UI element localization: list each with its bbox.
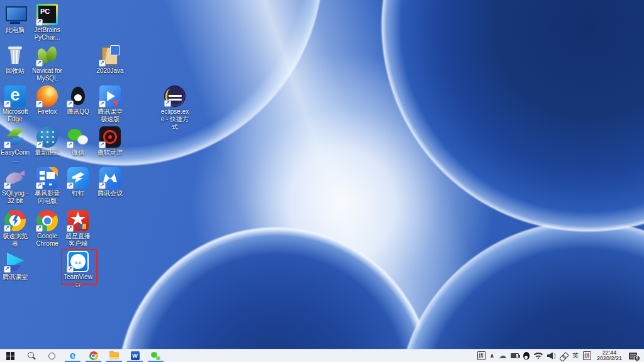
tray-ime-english-indicator[interactable]: 英	[572, 349, 579, 362]
desktop-icon-dingtalk[interactable]: 钉钉	[63, 167, 93, 197]
desktop-icon-wechat[interactable]: 微信	[63, 126, 93, 156]
microsoft-edge-icon	[4, 85, 26, 107]
shortcut-arrow-overlay-icon	[164, 100, 171, 107]
shortcut-arrow-overlay-icon	[99, 60, 106, 67]
firefox-icon	[36, 85, 58, 107]
desktop-icon-this-pc[interactable]: 此电脑	[0, 4, 30, 34]
volume-icon	[547, 353, 556, 359]
start-icon	[6, 352, 14, 360]
tray-qq-tray[interactable]	[523, 349, 530, 362]
recycle-bin-icon	[4, 45, 26, 66]
desktop-icon-label: 最新正式	[35, 149, 60, 156]
tray-teamviewer-link[interactable]	[560, 349, 568, 362]
desktop-icon-label: 暴风影音闪电版	[32, 190, 62, 205]
desktop-icon-easyconnect[interactable]: EasyConn...	[0, 126, 30, 164]
desktop-icon-label: Microsoft Edge	[0, 108, 30, 123]
taskbar-app-buttons	[0, 349, 166, 362]
desktop-icon-google-chrome[interactable]: Google Chrome	[32, 210, 62, 248]
tencent-ketang-icon	[4, 251, 26, 272]
easyconnect-icon	[4, 126, 26, 148]
taskbar-clock[interactable]: 22:44 2020/2/21	[596, 349, 623, 362]
desktop-icon-apowerrec[interactable]: 傲软录屏	[95, 126, 125, 156]
tray-onedrive-cloud[interactable]: ☁	[499, 349, 506, 362]
network-wifi-icon	[534, 353, 543, 359]
desktop-icon-label: JetBrains PyChar...	[32, 26, 62, 41]
desktop-icon-tencent-meeting[interactable]: 腾讯会议	[95, 167, 125, 197]
notification-badge: 6	[634, 355, 640, 361]
desktop-icon-tencent-ketang[interactable]: 腾讯课堂	[0, 251, 30, 281]
taskbar-chrome-button[interactable]	[83, 349, 104, 362]
shortcut-arrow-overlay-icon	[36, 101, 43, 107]
desktop-icon-label: 2020Java	[96, 67, 123, 75]
taskbar-word-button[interactable]	[125, 349, 145, 362]
dingtalk-icon	[67, 167, 89, 189]
teamviewer-highlight-box	[61, 249, 97, 285]
taskbar-start-button[interactable]	[0, 349, 21, 362]
teamviewer-link-icon	[558, 350, 570, 361]
qq-tray-icon	[523, 352, 530, 359]
action-center-button[interactable]: 6	[628, 349, 641, 362]
tray-hidden-icons-chevron[interactable]: ∧	[490, 349, 494, 362]
desktop-icon-label: SQLyog - 32 bit	[0, 190, 30, 205]
tray-battery[interactable]	[511, 349, 519, 362]
shortcut-arrow-overlay-icon	[4, 225, 11, 232]
desktop-icon-tencent-ketang-speed[interactable]: 腾讯课堂极速版	[95, 85, 125, 123]
tray-network-wifi[interactable]	[534, 349, 543, 362]
desktop-icon-label: 微信	[72, 149, 84, 156]
desktop-icon-label: 极速浏览器	[0, 233, 30, 248]
tencent-qq-icon	[67, 85, 89, 107]
taskbar-search-button[interactable]	[21, 349, 42, 362]
shortcut-arrow-overlay-icon	[4, 182, 11, 189]
desktop-icon-firefox[interactable]: Firefox	[32, 85, 62, 116]
desktop-icon-label: Google Chrome	[32, 233, 62, 248]
shortcut-arrow-overlay-icon	[99, 182, 106, 189]
taskbar-edge-button[interactable]	[62, 349, 83, 362]
desktop-icon-2020java[interactable]: 2020Java	[95, 45, 125, 75]
desktop-icon-label: Navicat for MySQL	[32, 67, 62, 82]
desktop-icon-recycle-bin[interactable]: 回收站	[0, 45, 30, 75]
battery-icon	[511, 353, 519, 358]
baofeng-player-icon	[36, 167, 58, 189]
desktop-icon-eclipse-shortcut[interactable]: eclipse.exe - 快捷方式	[160, 85, 190, 131]
shortcut-arrow-overlay-icon	[4, 101, 11, 107]
hidden-icons-chevron-icon: ∧	[490, 352, 494, 359]
desktop-icon-baofeng-player[interactable]: 暴风影音闪电版	[32, 167, 62, 205]
shortcut-arrow-overlay-icon	[36, 225, 43, 232]
tray-volume[interactable]	[547, 349, 556, 362]
desktop-icon-jisu-browser[interactable]: 极速浏览器	[0, 210, 30, 248]
desktop-icons-layer: 此电脑 JetBrains PyChar... 回收站 Navicat for …	[0, 0, 644, 349]
tray-ime-pinyin-box[interactable]: 拼	[583, 349, 591, 362]
shortcut-arrow-overlay-icon	[36, 182, 43, 189]
desktop-icon-label: 钉钉	[72, 190, 84, 197]
jisu-browser-icon	[4, 210, 26, 231]
shortcut-arrow-overlay-icon	[67, 141, 74, 148]
taskbar-wechat-button[interactable]	[145, 349, 166, 362]
taskbar-cortana-button[interactable]	[42, 349, 62, 362]
desktop-icon-microsoft-edge[interactable]: Microsoft Edge	[0, 85, 30, 123]
jetbrains-pycharm-icon	[36, 4, 58, 25]
desktop-icon-label: EasyConn...	[0, 149, 30, 164]
desktop-icon-label: 腾讯QQ	[67, 108, 89, 116]
desktop-icon-sqlyog-32bit[interactable]: SQLyog - 32 bit	[0, 167, 30, 205]
desktop-icon-label: 回收站	[6, 67, 25, 75]
navicat-for-mysql-icon	[36, 45, 58, 66]
desktop-icon-label: 腾讯会议	[97, 190, 123, 197]
taskbar-file-explorer-button[interactable]	[104, 349, 125, 362]
shortcut-arrow-overlay-icon	[4, 266, 11, 273]
desktop-icon-navicat-for-mysql[interactable]: Navicat for MySQL	[32, 45, 62, 82]
desktop-icon-zuixin-zhengshi[interactable]: 最新正式	[32, 126, 62, 156]
windows-desktop-screen: 此电脑 JetBrains PyChar... 回收站 Navicat for …	[0, 0, 644, 362]
this-pc-icon	[4, 4, 26, 25]
wechat-icon	[67, 126, 89, 148]
desktop-icon-jetbrains-pycharm[interactable]: JetBrains PyChar...	[32, 4, 62, 41]
shortcut-arrow-overlay-icon	[36, 60, 43, 67]
tray-ime-pinyin-indicator[interactable]: 拼	[477, 349, 486, 362]
chaoxing-live-client-icon	[67, 210, 89, 231]
word-icon	[131, 351, 140, 360]
desktop-icon-tencent-qq[interactable]: 腾讯QQ	[63, 85, 93, 116]
desktop-icon-label: 此电脑	[6, 26, 25, 34]
apowerrec-icon	[99, 126, 121, 148]
shortcut-arrow-overlay-icon	[99, 101, 106, 107]
desktop-icon-chaoxing-live-client[interactable]: 超星直播客户端	[63, 210, 93, 248]
shortcut-arrow-overlay-icon	[67, 182, 74, 189]
